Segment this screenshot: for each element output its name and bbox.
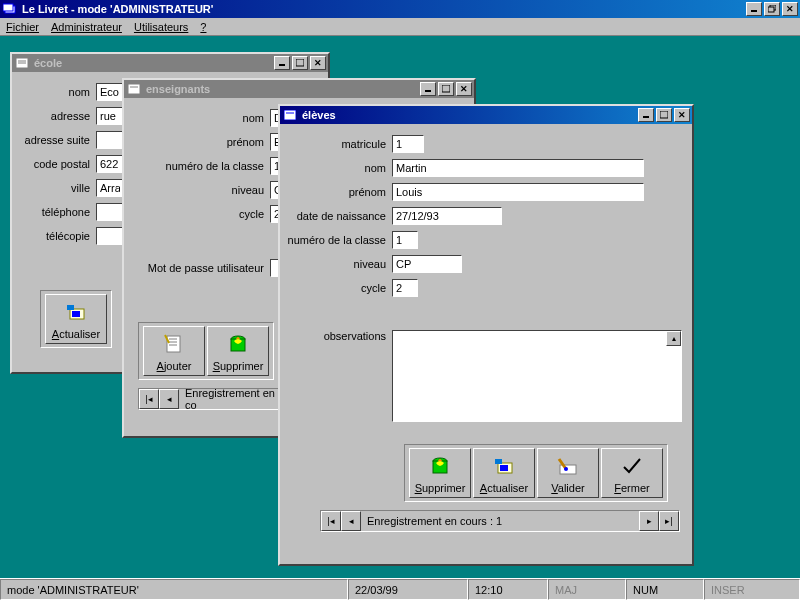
svg-rect-13 [128,84,140,94]
form-icon [282,108,298,122]
textarea-elv-obs[interactable] [392,330,682,422]
titlebar-eleves[interactable]: élèves ✕ [280,106,692,124]
elv-maximize-button[interactable] [656,108,672,122]
elv-minimize-button[interactable] [638,108,654,122]
elv-supprimer-label: Supprimer [415,482,466,494]
app-title: Le Livret - mode 'ADMINISTRATEUR' [22,3,746,15]
statusbar: mode 'ADMINISTRATEUR' 22/03/99 12:10 MAJ… [0,578,800,600]
menu-fichier[interactable]: Fichier [6,21,39,33]
elv-nav-last-button[interactable]: ▸| [659,511,679,531]
ens-close-button[interactable]: ✕ [456,82,472,96]
form-icon [14,56,30,70]
svg-rect-23 [660,111,668,118]
input-ecole-nom[interactable] [96,83,124,101]
label-ecole-adresse: adresse [18,110,96,122]
svg-point-30 [564,467,568,471]
title-eleves: élèves [302,109,638,121]
svg-rect-20 [284,110,296,120]
delete-icon [429,449,451,482]
label-ens-nom: nom [130,112,270,124]
ens-nav-prev-button[interactable]: ◂ [159,389,179,409]
app-icon [2,2,18,16]
label-elv-nom: nom [286,162,392,174]
minimize-button[interactable] [746,2,762,16]
ecole-minimize-button[interactable] [274,56,290,70]
svg-rect-27 [500,465,508,471]
menu-help[interactable]: ? [200,21,206,33]
label-ecole-fax: télécopie [18,230,96,242]
status-maj: MAJ [548,579,626,600]
mdi-client: école ✕ nom adresse adresse suite code p… [0,36,800,578]
svg-rect-17 [167,336,180,352]
input-ecole-adresse2[interactable] [96,131,124,149]
elv-nav-next-button[interactable]: ▸ [639,511,659,531]
ens-supprimer-label: Supprimer [213,360,264,372]
ens-ajouter-button[interactable]: Ajouter [143,326,205,376]
elv-actualiser-label: Actualiser [480,482,528,494]
input-elv-cycle[interactable] [392,279,418,297]
input-ecole-adresse[interactable] [96,107,124,125]
scroll-up-button[interactable]: ▴ [666,331,681,346]
ens-supprimer-button[interactable]: Supprimer [207,326,269,376]
elv-nav-text: Enregistrement en cours : 1 [361,511,639,531]
titlebar-ecole[interactable]: école ✕ [12,54,328,72]
ens-minimize-button[interactable] [420,82,436,96]
refresh-icon [492,449,516,482]
elv-fermer-button[interactable]: Fermer [601,448,663,498]
ecole-actualiser-label: Actualiser [52,328,100,340]
label-ecole-ville: ville [18,182,96,194]
label-ens-niveau: niveau [130,184,270,196]
status-date: 22/03/99 [348,579,468,600]
menu-utilisateurs[interactable]: Utilisateurs [134,21,188,33]
svg-rect-16 [442,85,450,92]
elv-nav-prev-button[interactable]: ◂ [341,511,361,531]
window-eleves: élèves ✕ matricule nom prénom date de na… [278,104,694,566]
label-elv-niveau: niveau [286,258,392,270]
svg-rect-12 [67,305,74,310]
label-elv-obs: observations [286,330,392,342]
ecole-actualiser-button[interactable]: Actualiser [45,294,107,344]
ens-nav-first-button[interactable]: |◂ [139,389,159,409]
elv-nav-first-button[interactable]: |◂ [321,511,341,531]
input-elv-niveau[interactable] [392,255,462,273]
elv-supprimer-button[interactable]: Supprimer [409,448,471,498]
menubar: Fichier Administrateur Utilisateurs ? [0,18,800,36]
titlebar-enseignants[interactable]: enseignants ✕ [124,80,474,98]
status-inser: INSER [704,579,800,600]
status-num: NUM [626,579,704,600]
elv-record-nav: |◂ ◂ Enregistrement en cours : 1 ▸ ▸| [320,510,680,532]
input-ecole-fax[interactable] [96,227,124,245]
ecole-close-button[interactable]: ✕ [310,56,326,70]
svg-rect-11 [72,311,80,317]
elv-valider-label: Valider [551,482,584,494]
elv-actualiser-button[interactable]: Actualiser [473,448,535,498]
delete-icon [227,327,249,360]
restore-button[interactable] [764,2,780,16]
input-elv-dob[interactable] [392,207,502,225]
title-enseignants: enseignants [146,83,420,95]
status-time: 12:10 [468,579,548,600]
input-ecole-cp[interactable] [96,155,124,173]
refresh-icon [64,295,88,328]
svg-rect-1 [3,4,13,11]
label-ecole-cp: code postal [18,158,96,170]
form-icon [126,82,142,96]
label-ens-mdp: Mot de passe utilisateur [130,262,270,274]
input-elv-prenom[interactable] [392,183,644,201]
ecole-maximize-button[interactable] [292,56,308,70]
ens-maximize-button[interactable] [438,82,454,96]
label-elv-dob: date de naissance [286,210,392,222]
ens-ajouter-label: Ajouter [157,360,192,372]
menu-administrateur[interactable]: Administrateur [51,21,122,33]
input-elv-nom[interactable] [392,159,644,177]
input-elv-matricule[interactable] [392,135,424,153]
elv-fermer-label: Fermer [614,482,649,494]
close-button[interactable]: ✕ [782,2,798,16]
app-titlebar: Le Livret - mode 'ADMINISTRATEUR' ✕ [0,0,800,18]
elv-valider-button[interactable]: Valider [537,448,599,498]
input-ecole-ville[interactable] [96,179,124,197]
label-elv-prenom: prénom [286,186,392,198]
elv-close-button[interactable]: ✕ [674,108,690,122]
input-elv-classe[interactable] [392,231,418,249]
input-ecole-tel[interactable] [96,203,124,221]
